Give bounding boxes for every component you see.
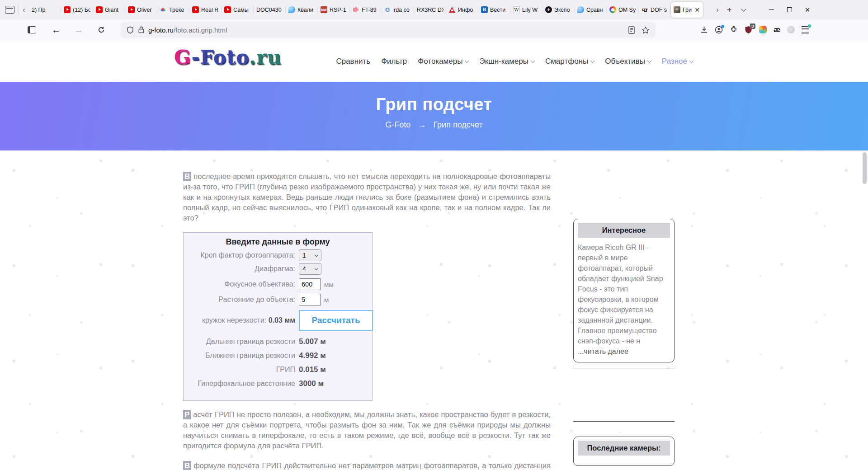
browser-tab[interactable]: OM Sy ✕ <box>607 2 639 18</box>
mask-extension-icon[interactable] <box>787 26 795 33</box>
nav-item-label: Смартфоны <box>545 57 588 66</box>
tab-title: Квали <box>297 7 315 13</box>
browser-tab[interactable]: Экспо ✕ <box>542 2 575 18</box>
browser-tab[interactable]: 2) Пр ✕ <box>29 2 61 18</box>
browser-tab[interactable]: Инфо ✕ <box>446 2 478 18</box>
account-button[interactable] <box>715 26 723 34</box>
chevron-down-icon <box>741 6 746 11</box>
browser-tab[interactable]: Lily W ✕ <box>510 2 542 18</box>
tab-title: rda co <box>394 7 411 13</box>
dropcap: В <box>183 461 191 470</box>
youtube-icon <box>64 6 71 13</box>
breadcrumb-current: Грип подсчет <box>433 120 482 130</box>
tab-scroll-right-button[interactable]: › <box>712 0 722 19</box>
browser-tab[interactable]: Giant ✕ <box>93 2 125 18</box>
browser-tab[interactable]: Сравн ✕ <box>575 2 607 18</box>
youtube-icon <box>192 6 199 13</box>
browser-tab[interactable]: rda co ✕ <box>382 2 414 18</box>
url-bar[interactable]: g-foto.ru/foto.acti.grip.html <box>121 22 656 38</box>
forward-button[interactable]: → <box>71 23 86 37</box>
reload-button[interactable] <box>94 23 108 37</box>
notification-dot <box>721 25 724 28</box>
tab-close-icon[interactable]: ✕ <box>694 6 700 14</box>
dropcap: В <box>183 172 191 181</box>
page-body: Впоследнее время приходится слышать, что… <box>0 150 868 470</box>
browser-tab[interactable]: FT-89 ✕ <box>350 2 382 18</box>
browser-tab[interactable]: (12) Бо ✕ <box>61 2 93 18</box>
sidebar-icon <box>28 26 36 33</box>
download-icon[interactable] <box>700 26 708 33</box>
tab-title: Гри <box>683 7 692 13</box>
ae-extension-icon[interactable]: æ <box>774 25 780 34</box>
read-more-link[interactable]: ...читать далее <box>578 346 670 357</box>
colorful-extension-icon[interactable] <box>759 26 767 33</box>
nav-item[interactable]: Фильтр <box>381 57 407 66</box>
list-all-tabs-button[interactable] <box>736 9 751 11</box>
result-value: 0.015 м <box>299 365 372 374</box>
nav-item[interactable]: Смартфоны <box>545 57 594 66</box>
bookmark-star-icon[interactable] <box>642 26 650 34</box>
close-button[interactable]: × <box>798 0 816 19</box>
ublock-button[interactable]: 3 <box>745 26 752 34</box>
browser-tab[interactable]: Oliver ✕ <box>125 2 157 18</box>
aperture-select[interactable]: 4 <box>299 263 321 275</box>
shield-icon[interactable] <box>127 26 134 34</box>
result-label: ГРИП <box>184 366 299 374</box>
minimize-button[interactable] <box>762 0 780 19</box>
result-label: Дальняя граница резкости <box>184 338 299 346</box>
menu-button[interactable] <box>802 26 809 33</box>
browser-tab[interactable]: Самы ✕ <box>222 2 254 18</box>
nav-item-label: Разное <box>662 57 687 66</box>
nav-item[interactable]: Разное <box>662 57 693 66</box>
result-value: 5.007 м <box>299 337 372 346</box>
back-button[interactable]: ← <box>49 23 63 37</box>
breadcrumb-arrow-icon: → <box>418 120 426 130</box>
scrollbar-thumb[interactable] <box>863 152 867 184</box>
sidebar-toggle-button[interactable] <box>24 23 39 37</box>
tab-title: Вести <box>490 7 508 13</box>
site-logo[interactable]: G-Foto.ru <box>174 46 282 68</box>
nav-item[interactable]: Сравнить <box>336 57 370 66</box>
nav-item[interactable]: Экшн-камеры <box>479 57 534 66</box>
nav-item[interactable]: Фотокамеры <box>418 57 468 66</box>
browser-tab[interactable]: DOC0430 ✕ <box>254 2 286 18</box>
tab-strip: 2) Пр ✕ (12) Бо ✕ Giant ✕ Oliver ✕ Треке <box>29 0 712 19</box>
reload-icon <box>98 26 105 33</box>
browser-tab[interactable]: Real R ✕ <box>189 2 222 18</box>
url-domain: g-foto.ru <box>148 26 174 34</box>
breadcrumb-home-link[interactable]: G-Foto <box>385 120 410 130</box>
article-column: Впоследнее время приходится слышать, что… <box>183 150 551 470</box>
tab-title: Самы <box>233 7 251 13</box>
chevron-down-icon <box>647 59 651 63</box>
browser-tab[interactable]: Квали ✕ <box>286 2 318 18</box>
browser-tab[interactable]: RX3RC DX ✕ <box>414 2 446 18</box>
chevron-down-icon <box>530 59 535 63</box>
extensions-puzzle-icon[interactable] <box>730 26 738 34</box>
lock-icon[interactable] <box>138 26 144 33</box>
new-tab-button[interactable]: + <box>722 5 736 15</box>
browser-tab[interactable]: DOF s ✕ <box>639 2 671 18</box>
hero-banner: Грип подсчет G-Foto → Грип подсчет <box>0 82 868 150</box>
tab-title: Инфо <box>458 7 476 13</box>
distance-input[interactable] <box>299 294 321 306</box>
calculate-button[interactable]: Рассчитать <box>299 310 373 331</box>
results-block: Дальняя граница резкости 5.007 м Ближняя… <box>184 337 372 388</box>
site-header: G-Foto.ru Сравнить Фильтр Фотокамеры Экш… <box>0 40 868 82</box>
nav-item[interactable]: Объективы <box>605 57 651 66</box>
crop-factor-select[interactable]: 1 <box>299 249 321 261</box>
browser-tab[interactable]: RSP-1 ✕ <box>318 2 350 18</box>
browser-tab[interactable]: Гри ✕ <box>671 2 703 18</box>
reader-mode-icon[interactable] <box>628 26 635 34</box>
focal-length-input[interactable] <box>299 278 321 290</box>
url-path: /foto.acti.grip.html <box>174 26 227 34</box>
tab-title: Экспо <box>554 7 572 13</box>
tab-scroll-left-button[interactable]: ‹ <box>19 0 29 19</box>
chevron-down-icon <box>315 267 318 270</box>
tab-title: Oliver <box>137 7 155 13</box>
browser-tab[interactable]: Треке ✕ <box>157 2 189 18</box>
restore-button[interactable] <box>780 0 798 19</box>
dropcap: Р <box>183 410 191 419</box>
firefox-view-icon[interactable] <box>5 6 14 14</box>
url-bar-actions <box>628 26 656 34</box>
browser-tab[interactable]: Вести ✕ <box>478 2 510 18</box>
